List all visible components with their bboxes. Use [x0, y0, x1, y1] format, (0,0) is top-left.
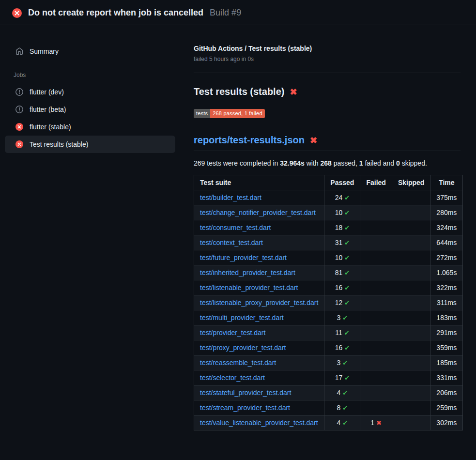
section-heading: Test results (stable) ✖ — [194, 86, 461, 97]
suite-link[interactable]: test/change_notifier_provider_test.dart — [200, 209, 316, 216]
failed-cell — [360, 400, 392, 415]
skipped-cell — [392, 220, 430, 235]
skipped-cell — [392, 190, 430, 205]
skipped-cell — [392, 310, 430, 325]
check-icon: ✔ — [342, 419, 348, 427]
run-status-line: failed 5 hours ago in 0s — [194, 56, 461, 62]
skipped-cell — [392, 250, 430, 265]
time-cell: 259ms — [430, 400, 463, 415]
time-cell: 324ms — [430, 220, 463, 235]
cross-icon: ✖ — [376, 419, 382, 427]
skipped-cell — [392, 205, 430, 220]
badge-value: 268 passed, 1 failed — [210, 109, 264, 118]
check-icon: ✔ — [344, 299, 350, 307]
table-row: test/stream_provider_test.dart8 ✔259ms — [194, 400, 463, 415]
skipped-cell — [392, 235, 430, 250]
job-label: Test results (stable) — [30, 140, 88, 148]
sidebar-item-job-3[interactable]: Test results (stable) — [5, 136, 175, 153]
failed-cell — [360, 370, 392, 385]
col-header-skipped: Skipped — [392, 175, 430, 190]
check-icon: ✔ — [342, 389, 348, 397]
passed-cell: 16 ✔ — [324, 340, 360, 355]
passed-cell: 18 ✔ — [324, 220, 360, 235]
time-cell: 185ms — [430, 355, 463, 370]
passed-cell: 16 ✔ — [324, 280, 360, 295]
failed-cell — [360, 220, 392, 235]
time-cell: 644ms — [430, 235, 463, 250]
check-icon: ✔ — [344, 254, 350, 261]
table-row: test/context_test.dart31 ✔644ms — [194, 235, 463, 250]
sidebar-item-job-2[interactable]: flutter (stable) — [5, 118, 175, 136]
passed-cell: 10 ✔ — [324, 250, 360, 265]
suite-link[interactable]: test/proxy_provider_test.dart — [200, 344, 286, 352]
table-row: test/reassemble_test.dart3 ✔185ms — [194, 355, 463, 370]
failed-cell — [360, 265, 392, 280]
passed-cell: 3 ✔ — [324, 310, 360, 325]
time-cell: 302ms — [430, 415, 463, 430]
suite-link[interactable]: test/consumer_test.dart — [200, 224, 271, 231]
check-icon: ✔ — [342, 314, 348, 322]
failed-cell — [360, 190, 392, 205]
sidebar-item-job-1[interactable]: flutter (beta) — [5, 101, 175, 118]
suite-link[interactable]: test/value_listenable_provider_test.dart — [200, 419, 318, 427]
skipped-cell — [392, 340, 430, 355]
suite-link[interactable]: test/multi_provider_test.dart — [200, 314, 284, 322]
summary-line: 269 tests were completed in 32.964s with… — [194, 159, 461, 167]
check-icon: ✔ — [344, 374, 350, 382]
check-icon: ✔ — [344, 344, 350, 352]
time-cell: 183ms — [430, 310, 463, 325]
cross-mark-icon: ✖ — [290, 87, 297, 97]
report-file-link[interactable]: reports/test-results.json — [194, 135, 305, 146]
suite-link[interactable]: test/stream_provider_test.dart — [200, 404, 290, 412]
suite-link[interactable]: test/stateful_provider_test.dart — [200, 389, 291, 397]
skipped-cell — [392, 385, 430, 400]
sidebar-item-job-0[interactable]: flutter (dev) — [5, 83, 175, 101]
suite-link[interactable]: test/selector_test.dart — [200, 374, 265, 382]
time-cell: 280ms — [430, 205, 463, 220]
skipped-cell — [392, 400, 430, 415]
check-icon: ✔ — [344, 284, 350, 291]
table-row: test/change_notifier_provider_test.dart1… — [194, 205, 463, 220]
sidebar: Summary Jobs flutter (dev)flutter (beta)… — [0, 25, 182, 153]
skipped-cell — [392, 325, 430, 340]
failed-cell — [360, 235, 392, 250]
col-header-failed: Failed — [360, 175, 392, 190]
job-label: flutter (stable) — [30, 123, 71, 131]
failed-cell — [360, 295, 392, 310]
sidebar-item-summary[interactable]: Summary — [5, 43, 175, 60]
test-results-table: Test suite Passed Failed Skipped Time te… — [194, 175, 463, 430]
check-icon: ✔ — [344, 209, 350, 216]
sidebar-jobs-list: flutter (dev)flutter (beta)flutter (stab… — [5, 83, 175, 153]
failed-cell: 1 ✖ — [360, 415, 392, 430]
passed-cell: 3 ✔ — [324, 355, 360, 370]
passed-cell: 31 ✔ — [324, 235, 360, 250]
suite-link[interactable]: test/inherited_provider_test.dart — [200, 269, 295, 276]
suite-link[interactable]: test/listenable_provider_test.dart — [200, 284, 298, 291]
failed-cell — [360, 385, 392, 400]
suite-link[interactable]: test/listenable_proxy_provider_test.dart — [200, 299, 318, 307]
x-circle-icon — [15, 140, 23, 148]
passed-cell: 24 ✔ — [324, 190, 360, 205]
passed-cell: 8 ✔ — [324, 400, 360, 415]
suite-link[interactable]: test/reassemble_test.dart — [200, 359, 276, 367]
table-row: test/builder_test.dart24 ✔375ms — [194, 190, 463, 205]
divider — [194, 73, 461, 73]
failed-cell — [360, 355, 392, 370]
passed-cell: 17 ✔ — [324, 370, 360, 385]
time-cell: 331ms — [430, 370, 463, 385]
passed-cell: 10 ✔ — [324, 205, 360, 220]
col-header-time: Time — [430, 175, 463, 190]
table-body: test/builder_test.dart24 ✔375mstest/chan… — [194, 190, 463, 430]
suite-link[interactable]: test/builder_test.dart — [200, 194, 261, 201]
table-row: test/selector_test.dart17 ✔331ms — [194, 370, 463, 385]
table-row: test/listenable_provider_test.dart16 ✔32… — [194, 280, 463, 295]
table-row: test/future_provider_test.dart10 ✔272ms — [194, 250, 463, 265]
suite-link[interactable]: test/context_test.dart — [200, 239, 263, 246]
section-title: Test results (stable) — [194, 86, 284, 97]
page-title: Do not create report when job is cancell… — [28, 8, 203, 18]
suite-link[interactable]: test/future_provider_test.dart — [200, 254, 287, 261]
failed-cell — [360, 205, 392, 220]
job-label: flutter (dev) — [30, 88, 64, 96]
suite-link[interactable]: test/provider_test.dart — [200, 329, 265, 337]
table-row: test/inherited_provider_test.dart81 ✔1.0… — [194, 265, 463, 280]
